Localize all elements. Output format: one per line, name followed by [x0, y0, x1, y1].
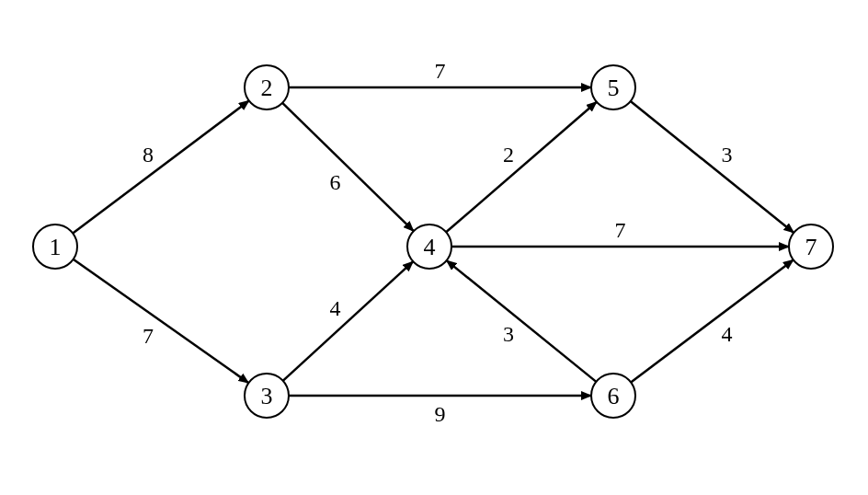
node-6: 6: [591, 374, 635, 418]
edge-weight-6-4: 3: [503, 322, 514, 346]
edge-weight-5-7: 3: [722, 143, 733, 167]
node-label-2: 2: [261, 75, 273, 101]
graph-diagram: 87764927334 1234567: [0, 0, 868, 495]
edge-weight-3-6: 9: [435, 402, 446, 426]
edge-weight-1-2: 8: [143, 143, 154, 167]
edge-5-7: [631, 101, 794, 233]
edge-weight-1-3: 7: [143, 324, 154, 348]
node-7: 7: [789, 224, 833, 269]
edge-1-3: [74, 259, 249, 383]
edge-weight-6-7: 4: [722, 322, 733, 346]
edge-1-2: [73, 100, 249, 233]
edge-6-4: [447, 260, 597, 382]
edge-6-7: [631, 259, 794, 382]
node-label-6: 6: [608, 383, 620, 409]
edge-weight-4-7: 7: [615, 218, 626, 242]
node-label-4: 4: [424, 234, 436, 260]
node-4: 4: [407, 224, 451, 269]
node-1: 1: [33, 224, 77, 269]
edge-weight-2-4: 6: [330, 170, 341, 194]
edge-weight-4-5: 2: [503, 143, 514, 167]
edge-3-4: [283, 261, 414, 381]
node-label-7: 7: [805, 234, 817, 260]
node-2: 2: [245, 65, 289, 109]
nodes-layer: 1234567: [33, 65, 833, 418]
node-label-5: 5: [608, 75, 620, 101]
node-5: 5: [591, 65, 635, 109]
node-label-1: 1: [50, 234, 62, 260]
node-label-3: 3: [261, 383, 273, 409]
edge-weight-3-4: 4: [330, 296, 341, 320]
node-3: 3: [245, 374, 289, 418]
edge-weight-2-5: 7: [435, 59, 446, 83]
edge-4-5: [446, 102, 597, 233]
edge-2-4: [282, 103, 414, 231]
